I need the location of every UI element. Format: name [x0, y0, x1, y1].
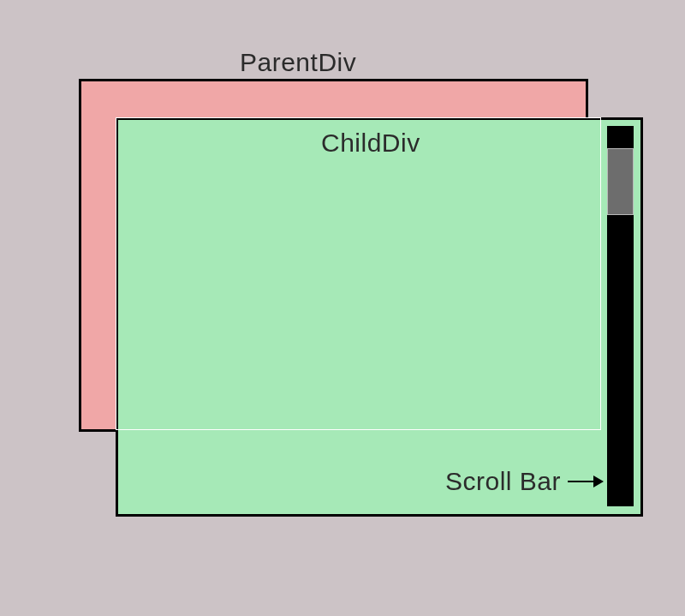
child-div-box [116, 117, 643, 517]
arrow-right-icon [568, 481, 602, 482]
child-div-label: ChildDiv [321, 129, 420, 158]
scrollbar-thumb[interactable] [607, 148, 634, 215]
parent-div-label: ParentDiv [240, 48, 356, 77]
scrollbar-label: Scroll Bar [445, 467, 602, 496]
scrollbar-label-text: Scroll Bar [445, 467, 561, 496]
